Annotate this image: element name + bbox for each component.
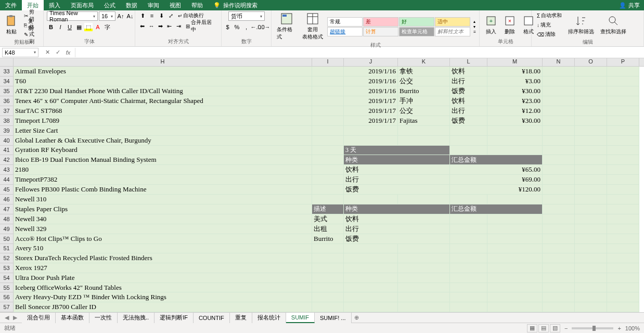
cell[interactable]: 饮料 bbox=[344, 165, 450, 175]
cell[interactable] bbox=[487, 283, 543, 293]
cell[interactable]: Timeport L7089 bbox=[14, 116, 312, 126]
cell[interactable] bbox=[398, 244, 450, 254]
cell[interactable] bbox=[312, 126, 344, 136]
cell[interactable] bbox=[607, 234, 639, 244]
row-header[interactable]: 53 bbox=[0, 263, 14, 273]
bold-button[interactable]: B bbox=[47, 23, 55, 31]
cell[interactable]: 2180 bbox=[14, 165, 312, 175]
cell[interactable] bbox=[312, 96, 344, 106]
cell[interactable]: 手冲 bbox=[398, 96, 450, 106]
tab-insert[interactable]: 插入 bbox=[44, 0, 66, 10]
cell[interactable]: 2019/1/17 bbox=[344, 106, 398, 116]
page-break-view-button[interactable]: ▧ bbox=[550, 324, 560, 332]
row-header[interactable]: 42 bbox=[0, 155, 14, 165]
cell[interactable] bbox=[398, 126, 450, 136]
cell[interactable] bbox=[575, 185, 607, 195]
cell[interactable] bbox=[344, 283, 398, 293]
sheet-tab[interactable]: 无法拖拽.. bbox=[118, 313, 154, 323]
cell[interactable] bbox=[450, 292, 487, 302]
row-header[interactable]: 37 bbox=[0, 106, 14, 116]
tab-data[interactable]: 数据 bbox=[121, 0, 143, 10]
cell[interactable] bbox=[398, 292, 450, 302]
cell[interactable] bbox=[312, 116, 344, 126]
row-header[interactable]: 41 bbox=[0, 146, 14, 156]
align-middle-button[interactable]: ≡ bbox=[148, 11, 156, 20]
cell[interactable] bbox=[607, 116, 639, 126]
cell[interactable] bbox=[543, 214, 575, 224]
cell[interactable] bbox=[575, 263, 607, 273]
cell[interactable] bbox=[312, 283, 344, 293]
cell[interactable] bbox=[575, 224, 607, 234]
cell[interactable] bbox=[543, 185, 575, 195]
cell[interactable] bbox=[312, 76, 344, 86]
decrease-font-button[interactable]: A↓ bbox=[126, 12, 134, 20]
cell[interactable] bbox=[344, 263, 398, 273]
cell[interactable]: 饮料 bbox=[450, 67, 487, 76]
cell[interactable] bbox=[344, 136, 398, 146]
cell[interactable] bbox=[607, 126, 639, 136]
cell[interactable]: 2019/1/16 bbox=[344, 67, 398, 76]
cell[interactable]: 2019/1/17 bbox=[344, 96, 398, 106]
cell[interactable]: ¥23.00 bbox=[487, 96, 543, 106]
cell[interactable]: 饭费 bbox=[450, 116, 487, 126]
cell[interactable]: 2019/1/17 bbox=[344, 116, 398, 126]
cell[interactable] bbox=[543, 283, 575, 293]
cell[interactable] bbox=[344, 126, 398, 136]
cell[interactable] bbox=[575, 273, 607, 283]
cell[interactable] bbox=[543, 136, 575, 146]
cell[interactable] bbox=[607, 96, 639, 106]
cell[interactable] bbox=[487, 126, 543, 136]
cell[interactable] bbox=[312, 253, 344, 263]
cell[interactable] bbox=[398, 273, 450, 283]
row-header[interactable]: 43 bbox=[0, 165, 14, 175]
comma-button[interactable]: , bbox=[242, 23, 251, 31]
cell[interactable] bbox=[575, 253, 607, 263]
cell[interactable] bbox=[575, 244, 607, 254]
row-header[interactable]: 36 bbox=[0, 96, 14, 106]
row-header[interactable]: 33 bbox=[0, 67, 14, 76]
cell[interactable]: Ultra Door Push Plate bbox=[14, 273, 312, 283]
enter-button[interactable]: ✓ bbox=[53, 48, 62, 57]
cell[interactable] bbox=[450, 146, 487, 156]
style-good[interactable]: 好 bbox=[399, 17, 434, 27]
cell[interactable] bbox=[450, 195, 487, 204]
cell[interactable]: 出行 bbox=[344, 224, 450, 234]
page-layout-view-button[interactable]: ▤ bbox=[538, 324, 549, 332]
table-format-button[interactable]: 套用 表格格式 bbox=[300, 11, 325, 42]
cell[interactable] bbox=[607, 175, 639, 185]
zoom-slider[interactable] bbox=[572, 327, 613, 329]
cell[interactable]: Acco® Hot Clips™ Clips to Go bbox=[14, 234, 312, 244]
row-header[interactable]: 44 bbox=[0, 175, 14, 185]
cell[interactable] bbox=[312, 146, 344, 156]
cell[interactable] bbox=[607, 302, 639, 312]
cell[interactable] bbox=[607, 253, 639, 263]
align-bottom-button[interactable]: ⬇ bbox=[157, 11, 165, 20]
cell[interactable] bbox=[607, 165, 639, 175]
worksheet-grid[interactable]: H I J K L M N O P 33Airmail Envelopes201… bbox=[0, 58, 644, 312]
cell[interactable]: 出行 bbox=[450, 106, 487, 116]
number-format-combo[interactable]: 货币▾ bbox=[228, 11, 265, 21]
cell[interactable] bbox=[607, 244, 639, 254]
cell[interactable]: 种类 bbox=[344, 204, 450, 214]
col-header-L[interactable]: L bbox=[450, 58, 487, 66]
cell[interactable] bbox=[450, 244, 487, 254]
decrease-decimal-button[interactable]: .0→ bbox=[261, 23, 269, 31]
row-header[interactable]: 56 bbox=[0, 292, 14, 302]
cell[interactable] bbox=[344, 292, 398, 302]
col-header-I[interactable]: I bbox=[312, 58, 344, 66]
cell[interactable] bbox=[607, 106, 639, 116]
cell[interactable] bbox=[607, 283, 639, 293]
cell[interactable] bbox=[543, 165, 575, 175]
cell[interactable]: 出行 bbox=[450, 76, 487, 86]
tab-help[interactable]: 帮助 bbox=[186, 0, 208, 10]
share-button[interactable]: 👤 共享 bbox=[619, 2, 640, 9]
cell[interactable] bbox=[543, 224, 575, 234]
insert-cells-button[interactable]: +插入 bbox=[483, 14, 499, 36]
cell[interactable]: Ibico EB-19 Dual Function Manual Binding… bbox=[14, 155, 312, 165]
select-all-corner[interactable] bbox=[0, 58, 14, 66]
cell[interactable] bbox=[312, 67, 344, 76]
cell[interactable]: ¥30.00 bbox=[487, 116, 543, 126]
cell[interactable] bbox=[344, 302, 398, 312]
cell[interactable] bbox=[607, 76, 639, 86]
cell[interactable]: Letter Size Cart bbox=[14, 126, 312, 136]
